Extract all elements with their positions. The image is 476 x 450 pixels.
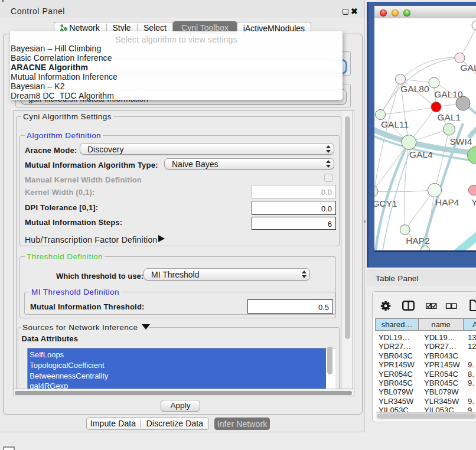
svg-text:GAL10: GAL10 <box>434 89 463 99</box>
svg-text:GAL2: GAL2 <box>461 63 476 73</box>
svg-text:SWI4: SWI4 <box>450 136 472 146</box>
svg-text:HAP4: HAP4 <box>435 197 459 207</box>
svg-text:GAL4: GAL4 <box>409 149 433 159</box>
svg-text:GAL11: GAL11 <box>381 119 409 129</box>
svg-text:HAP2: HAP2 <box>406 236 430 246</box>
svg-text:GAL80: GAL80 <box>400 84 429 94</box>
svg-text:GAL1: GAL1 <box>438 112 461 122</box>
svg-text:Y: Y <box>471 197 476 207</box>
svg-text:GCY1: GCY1 <box>374 198 397 208</box>
